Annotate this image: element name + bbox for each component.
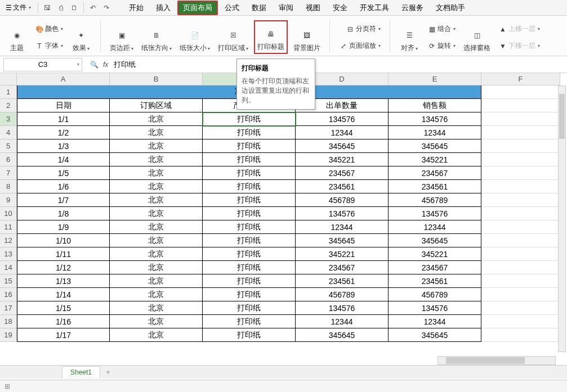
cell-E2[interactable]: 销售额 — [389, 99, 481, 112]
cell-D6[interactable]: 345221 — [296, 153, 389, 166]
row-header-19[interactable]: 19 — [0, 328, 17, 342]
row-header-18[interactable]: 18 — [0, 315, 17, 328]
cell-E14[interactable]: 234567 — [389, 261, 481, 274]
cell-D18[interactable]: 12344 — [296, 315, 389, 328]
cell-F18[interactable] — [481, 315, 560, 328]
redo-icon[interactable]: ↷ — [101, 2, 112, 13]
vertical-scrollbar[interactable] — [558, 85, 566, 352]
cell-D13[interactable]: 345221 — [296, 247, 389, 261]
cell-E16[interactable]: 456789 — [389, 288, 481, 301]
cell-F5[interactable] — [481, 139, 560, 153]
row-header-11[interactable]: 11 — [0, 220, 17, 234]
cell-C14[interactable]: 打印纸 — [203, 261, 296, 274]
cell-A3[interactable]: 1/1 — [17, 112, 110, 126]
cell-B6[interactable]: 北京 — [110, 153, 203, 166]
cell-D17[interactable]: 134576 — [296, 301, 389, 315]
cell-A19[interactable]: 1/17 — [17, 328, 110, 342]
cell-C17[interactable]: 打印纸 — [203, 301, 296, 315]
cell-E10[interactable]: 134576 — [389, 207, 481, 220]
cell-D10[interactable]: 134576 — [296, 207, 389, 220]
column-header-A[interactable]: A — [17, 73, 110, 85]
cell-F14[interactable] — [481, 261, 560, 274]
print-area-button[interactable]: ☒打印区域▾ — [216, 20, 251, 54]
trace-icon[interactable]: 🔍 — [90, 61, 99, 69]
cell-C9[interactable]: 打印纸 — [203, 193, 296, 207]
menu-tab-6[interactable]: 视图 — [300, 1, 326, 15]
cell-C13[interactable]: 打印纸 — [203, 247, 296, 261]
cell-E15[interactable]: 234561 — [389, 274, 481, 288]
cell-F1[interactable] — [481, 85, 560, 99]
cell-A4[interactable]: 1/2 — [17, 126, 110, 139]
cell-A11[interactable]: 1/9 — [17, 220, 110, 234]
column-header-B[interactable]: B — [110, 73, 203, 85]
cell-E5[interactable]: 345645 — [389, 139, 481, 153]
cell-C3[interactable]: 打印纸 — [203, 112, 296, 126]
row-header-17[interactable]: 17 — [0, 301, 17, 315]
cell-B8[interactable]: 北京 — [110, 180, 203, 193]
cell-D14[interactable]: 234567 — [296, 261, 389, 274]
cell-E12[interactable]: 345645 — [389, 234, 481, 247]
cell-F3[interactable] — [481, 112, 560, 126]
cell-A17[interactable]: 1/15 — [17, 301, 110, 315]
cell-F16[interactable] — [481, 288, 560, 301]
cell-F11[interactable] — [481, 220, 560, 234]
cell-B11[interactable]: 北京 — [110, 220, 203, 234]
cell-F6[interactable] — [481, 153, 560, 166]
name-box[interactable]: C3 ▾ — [3, 58, 82, 71]
cell-A5[interactable]: 1/3 — [17, 139, 110, 153]
cell-F8[interactable] — [481, 180, 560, 193]
cell-D8[interactable]: 234561 — [296, 180, 389, 193]
size-button[interactable]: 📄纸张大小▾ — [177, 20, 212, 54]
menu-tab-10[interactable]: 文档助手 — [430, 1, 471, 15]
cell-C8[interactable]: 打印纸 — [203, 180, 296, 193]
cell-D3[interactable]: 134576 — [296, 112, 389, 126]
cell-B10[interactable]: 北京 — [110, 207, 203, 220]
menu-tab-0[interactable]: 开始 — [123, 1, 149, 15]
cell-A16[interactable]: 1/14 — [17, 288, 110, 301]
cell-E4[interactable]: 12344 — [389, 126, 481, 139]
cell-B15[interactable]: 北京 — [110, 274, 203, 288]
cell-E19[interactable]: 345645 — [389, 328, 481, 342]
cell-E13[interactable]: 345221 — [389, 247, 481, 261]
color-button[interactable]: 🎨颜色▾ — [33, 21, 65, 37]
horizontal-scrollbar[interactable] — [437, 356, 556, 365]
row-header-1[interactable]: 1 — [0, 85, 17, 99]
cell-D15[interactable]: 234561 — [296, 274, 389, 288]
cell-C16[interactable]: 打印纸 — [203, 288, 296, 301]
cell-F2[interactable] — [481, 99, 560, 112]
fx-icon[interactable]: fx — [103, 61, 108, 69]
print-icon[interactable]: ⎙ — [55, 2, 66, 13]
cell-B1[interactable] — [110, 85, 203, 99]
cell-C4[interactable]: 打印纸 — [203, 126, 296, 139]
rotate-button[interactable]: ⟳旋转▾ — [425, 38, 458, 54]
cell-C18[interactable]: 打印纸 — [203, 315, 296, 328]
cell-B12[interactable]: 北京 — [110, 234, 203, 247]
row-header-10[interactable]: 10 — [0, 207, 17, 220]
row-header-14[interactable]: 14 — [0, 261, 17, 274]
row-header-8[interactable]: 8 — [0, 180, 17, 193]
cell-E6[interactable]: 345221 — [389, 153, 481, 166]
cell-C7[interactable]: 打印纸 — [203, 166, 296, 180]
pane-button[interactable]: ◫选择窗格 — [461, 20, 493, 54]
cell-F10[interactable] — [481, 207, 560, 220]
menu-tab-9[interactable]: 云服务 — [396, 1, 429, 15]
cell-F7[interactable] — [481, 166, 560, 180]
cell-C19[interactable]: 打印纸 — [203, 328, 296, 342]
formula-input[interactable] — [111, 58, 567, 71]
row-header-16[interactable]: 16 — [0, 288, 17, 301]
cell-B19[interactable]: 北京 — [110, 328, 203, 342]
cell-D4[interactable]: 12344 — [296, 126, 389, 139]
cell-C5[interactable]: 打印纸 — [203, 139, 296, 153]
cell-C6[interactable]: 打印纸 — [203, 153, 296, 166]
cell-B14[interactable]: 北京 — [110, 261, 203, 274]
row-header-6[interactable]: 6 — [0, 153, 17, 166]
row-header-2[interactable]: 2 — [0, 99, 17, 112]
cell-B13[interactable]: 北京 — [110, 247, 203, 261]
row-header-13[interactable]: 13 — [0, 247, 17, 261]
cell-B17[interactable]: 北京 — [110, 301, 203, 315]
theme-button[interactable]: ◉ 主题 — [5, 20, 29, 54]
cell-B5[interactable]: 北京 — [110, 139, 203, 153]
cell-A15[interactable]: 1/13 — [17, 274, 110, 288]
cell-D11[interactable]: 12344 — [296, 220, 389, 234]
cell-D16[interactable]: 456789 — [296, 288, 389, 301]
